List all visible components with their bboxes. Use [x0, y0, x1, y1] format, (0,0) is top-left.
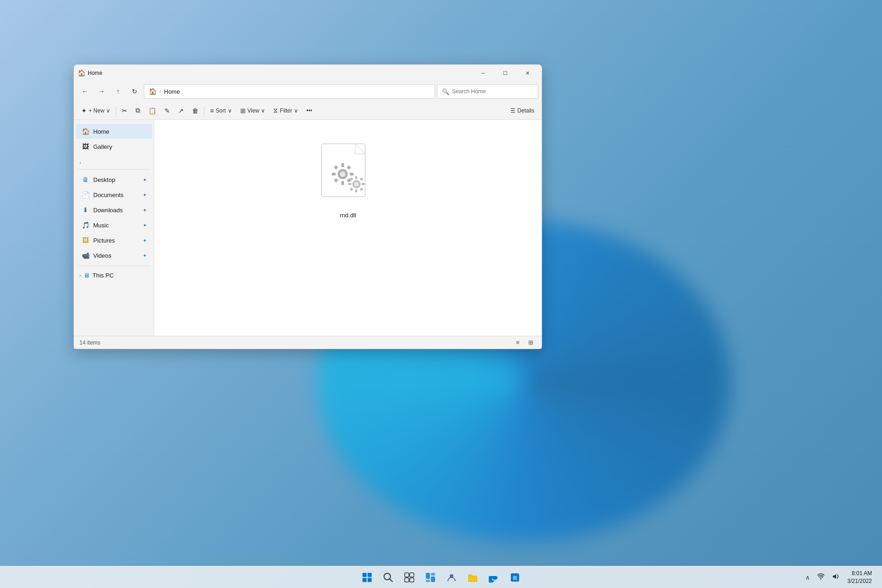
more-button[interactable]: ••• — [303, 104, 316, 118]
search-button[interactable] — [379, 568, 397, 587]
desktop-icon: 🖥 — [81, 176, 90, 183]
new-arrow-icon: ∨ — [106, 107, 110, 114]
documents-icon: 📄 — [81, 191, 90, 198]
content-area: 🏠 Home 🖼 Gallery › 🖥 Desktop ✦ 📄 Documen… — [74, 120, 542, 336]
sidebar-item-gallery[interactable]: 🖼 Gallery — [76, 139, 152, 154]
close-button[interactable]: ✕ — [517, 66, 538, 80]
network-icon[interactable] — [815, 571, 826, 583]
system-clock[interactable]: 8:01 AM 3/21/2022 — [845, 569, 875, 586]
filter-arrow-icon: ∨ — [294, 107, 298, 114]
delete-icon: 🗑 — [192, 107, 198, 114]
sidebar-downloads-label: Downloads — [93, 207, 139, 214]
sidebar-home-label: Home — [93, 128, 147, 135]
forward-button[interactable]: → — [94, 84, 109, 99]
svg-rect-5 — [341, 163, 344, 167]
svg-rect-17 — [348, 183, 351, 185]
view-label: View — [248, 107, 260, 114]
dll-file-icon — [321, 143, 376, 207]
task-view-button[interactable] — [400, 568, 418, 587]
sidebar-item-home[interactable]: 🏠 Home — [76, 124, 152, 139]
taskbar-center: ⊞ — [358, 568, 524, 587]
svg-rect-6 — [341, 181, 344, 185]
sidebar-item-thispc[interactable]: › 🖥 This PC — [76, 269, 152, 282]
minimize-button[interactable]: ─ — [473, 66, 494, 80]
svg-rect-31 — [405, 578, 409, 582]
refresh-button[interactable]: ↻ — [127, 84, 142, 99]
sidebar-documents-label: Documents — [93, 192, 139, 198]
filter-label: Filter — [280, 107, 292, 114]
rename-button[interactable]: ✎ — [161, 104, 174, 118]
svg-rect-25 — [362, 578, 367, 582]
view-icon: ⊞ — [240, 107, 246, 114]
svg-rect-16 — [355, 189, 357, 192]
sidebar-desktop-label: Desktop — [93, 176, 139, 183]
sort-button[interactable]: ≡ Sort ∨ — [206, 104, 235, 118]
more-icon: ••• — [306, 107, 312, 114]
sidebar-music-label: Music — [93, 222, 139, 229]
new-button[interactable]: ✦ + New ∨ — [78, 104, 114, 118]
sidebar-divider-2 — [78, 266, 150, 266]
tray-chevron[interactable]: ∧ — [803, 572, 812, 583]
back-button[interactable]: ← — [78, 84, 92, 99]
share-button[interactable]: ↗ — [175, 104, 187, 118]
sidebar-item-downloads[interactable]: ⬇ Downloads ✦ — [76, 203, 152, 217]
paste-button[interactable]: 📋 — [145, 104, 160, 118]
pin-icon-downloads: ✦ — [143, 208, 147, 213]
pin-icon-documents: ✦ — [143, 192, 147, 198]
address-bar[interactable]: 🏠 › Home — [144, 84, 435, 99]
widgets-button[interactable] — [421, 568, 440, 587]
view-toggle-group: ≡ ⊞ — [512, 337, 536, 348]
cut-button[interactable]: ✂ — [118, 104, 131, 118]
sidebar-item-pictures[interactable]: 🖼 Pictures ✦ — [76, 233, 152, 248]
grid-view-button[interactable]: ⊞ — [525, 337, 536, 348]
window-title: Home — [88, 70, 473, 76]
thispc-icon: 🖥 — [84, 272, 90, 279]
delete-button[interactable]: 🗑 — [188, 104, 202, 118]
svg-rect-29 — [405, 573, 409, 577]
file-name: rnd.dll — [340, 212, 356, 219]
svg-rect-34 — [431, 573, 435, 576]
sidebar-gallery-label: Gallery — [93, 143, 147, 150]
sort-label: Sort — [216, 107, 226, 114]
file-explorer-button[interactable] — [464, 568, 482, 587]
details-button[interactable]: ☰ Details — [507, 104, 538, 118]
sidebar-item-videos[interactable]: 📹 Videos ✦ — [76, 248, 152, 263]
edge-button[interactable] — [485, 568, 503, 587]
sidebar-divider-1 — [78, 169, 150, 170]
file-item-rnd-dll[interactable]: rnd.dll — [316, 138, 380, 223]
taskbar: ⊞ ∧ 8:01 AM 3/21/2022 — [0, 566, 882, 588]
sidebar-item-music[interactable]: 🎵 Music ✦ — [76, 218, 152, 232]
pin-icon-desktop: ✦ — [143, 177, 147, 182]
volume-icon[interactable] — [830, 571, 841, 583]
expand-arrow-icon: › — [79, 160, 81, 165]
search-icon: 🔍 — [442, 88, 449, 95]
explorer-window: 🏠 Home ─ ☐ ✕ ← → ↑ ↻ 🏠 › Home 🔍 ✦ + New … — [74, 64, 542, 349]
filter-button[interactable]: ⧖ Filter ∨ — [270, 104, 302, 118]
svg-rect-18 — [362, 183, 365, 185]
search-input[interactable] — [452, 88, 533, 95]
chat-button[interactable] — [442, 568, 461, 587]
main-panel: rnd.dll — [154, 120, 542, 336]
search-box[interactable]: 🔍 — [437, 84, 538, 99]
sidebar-item-desktop[interactable]: 🖥 Desktop ✦ — [76, 172, 152, 187]
maximize-button[interactable]: ☐ — [495, 66, 516, 80]
address-path: Home — [164, 88, 180, 95]
videos-icon: 📹 — [81, 252, 90, 259]
store-button[interactable]: ⊞ — [506, 568, 524, 587]
sort-icon: ≡ — [210, 107, 214, 114]
up-button[interactable]: ↑ — [111, 84, 125, 99]
separator-1 — [116, 106, 116, 115]
copy-button[interactable]: ⧉ — [132, 104, 144, 118]
sidebar-item-documents[interactable]: 📄 Documents ✦ — [76, 187, 152, 202]
copy-icon: ⧉ — [136, 107, 140, 114]
start-button[interactable] — [358, 568, 376, 587]
svg-rect-35 — [426, 580, 430, 582]
navigation-toolbar: ← → ↑ ↻ 🏠 › Home 🔍 — [74, 81, 542, 102]
cut-icon: ✂ — [122, 107, 127, 114]
svg-point-4 — [340, 171, 345, 177]
gallery-icon: 🖼 — [81, 143, 90, 150]
clock-time: 8:01 AM — [848, 570, 872, 577]
view-button[interactable]: ⊞ View ∨ — [237, 104, 269, 118]
pictures-icon: 🖼 — [81, 237, 90, 244]
list-view-button[interactable]: ≡ — [512, 337, 523, 348]
